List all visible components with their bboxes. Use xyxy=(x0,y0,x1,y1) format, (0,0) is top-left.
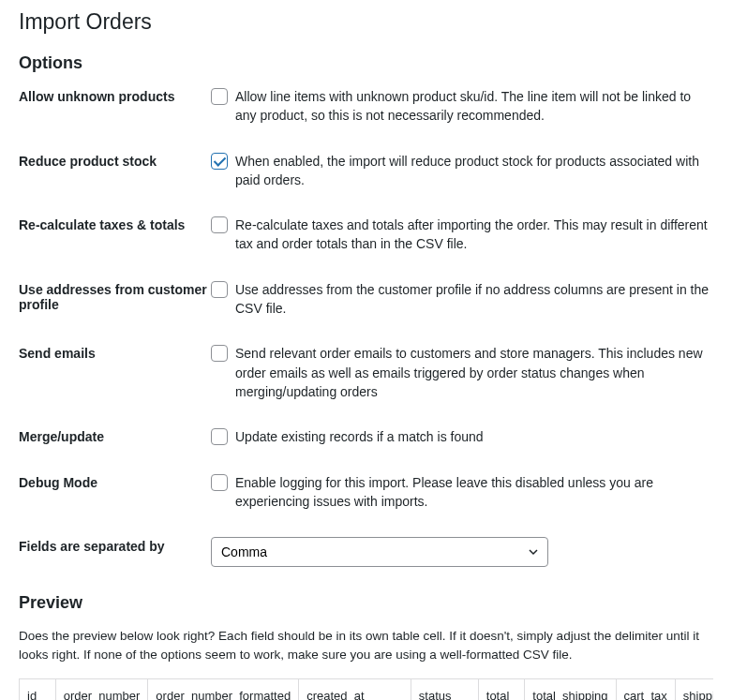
options-heading: Options xyxy=(19,53,713,73)
debug-mode-checkbox[interactable] xyxy=(211,474,228,491)
table-header: cart_tax xyxy=(616,678,675,700)
reduce-stock-desc: When enabled, the import will reduce pro… xyxy=(235,152,713,190)
option-debug-mode: Debug Mode Enable logging for this impor… xyxy=(19,473,713,512)
debug-mode-label: Debug Mode xyxy=(19,473,211,490)
table-header: order_number_formatted xyxy=(148,678,299,700)
recalc-taxes-label: Re-calculate taxes & totals xyxy=(19,216,211,232)
page-title: Import Orders xyxy=(19,9,713,35)
option-recalc-taxes: Re-calculate taxes & totals Re-calculate… xyxy=(19,216,713,254)
delimiter-label: Fields are separated by xyxy=(19,537,211,554)
use-addresses-label: Use addresses from customer profile xyxy=(19,280,211,312)
send-emails-checkbox[interactable] xyxy=(211,345,228,362)
table-header: shipping_tax xyxy=(675,678,713,700)
table-header: order_number xyxy=(55,678,148,700)
merge-update-label: Merge/update xyxy=(19,427,211,444)
option-reduce-stock: Reduce product stock When enabled, the i… xyxy=(19,152,713,190)
option-allow-unknown: Allow unknown products Allow line items … xyxy=(19,87,713,126)
use-addresses-checkbox[interactable] xyxy=(211,281,228,298)
send-emails-desc: Send relevant order emails to customers … xyxy=(235,344,713,401)
option-delimiter: Fields are separated by Comma xyxy=(19,537,713,567)
option-send-emails: Send emails Send relevant order emails t… xyxy=(19,344,713,401)
option-use-addresses: Use addresses from customer profile Use … xyxy=(19,280,713,319)
reduce-stock-label: Reduce product stock xyxy=(19,152,211,169)
table-header: total_shipping xyxy=(525,678,616,700)
allow-unknown-desc: Allow line items with unknown product sk… xyxy=(235,87,713,126)
table-header: total xyxy=(478,678,525,700)
delimiter-select[interactable]: Comma xyxy=(211,537,548,567)
reduce-stock-checkbox[interactable] xyxy=(211,153,228,170)
send-emails-label: Send emails xyxy=(19,344,211,361)
allow-unknown-label: Allow unknown products xyxy=(19,87,211,104)
allow-unknown-checkbox[interactable] xyxy=(211,88,228,105)
option-merge-update: Merge/update Update existing records if … xyxy=(19,427,713,446)
table-header: id xyxy=(20,678,56,700)
debug-mode-desc: Enable logging for this import. Please l… xyxy=(235,473,713,512)
preview-description: Does the preview below look right? Each … xyxy=(19,627,713,665)
table-header: status xyxy=(411,678,478,700)
use-addresses-desc: Use addresses from the customer profile … xyxy=(235,280,713,319)
recalc-taxes-checkbox[interactable] xyxy=(211,216,228,233)
merge-update-desc: Update existing records if a match is fo… xyxy=(235,427,713,446)
preview-table: id order_number order_number_formatted c… xyxy=(19,678,713,700)
merge-update-checkbox[interactable] xyxy=(211,428,228,445)
preview-heading: Preview xyxy=(19,593,713,613)
recalc-taxes-desc: Re-calculate taxes and totals after impo… xyxy=(235,216,713,254)
table-header: created_at xyxy=(299,678,411,700)
table-header-row: id order_number order_number_formatted c… xyxy=(20,678,714,700)
